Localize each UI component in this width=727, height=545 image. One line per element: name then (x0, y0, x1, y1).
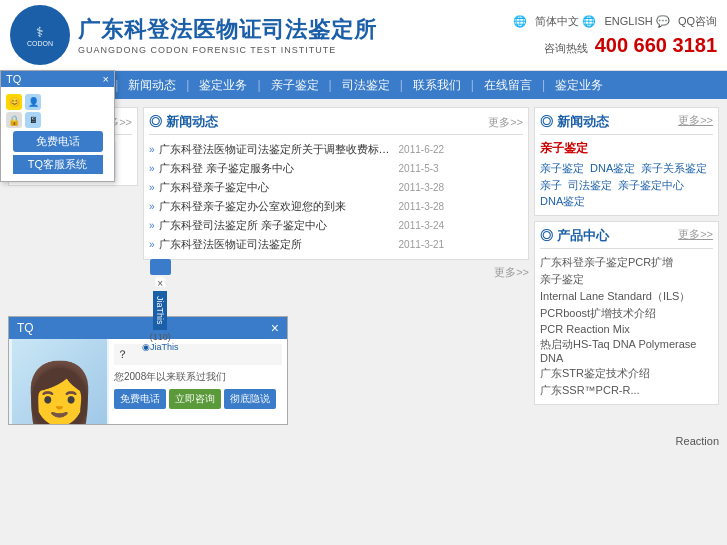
nav-paternity[interactable]: 亲子鉴定 (261, 71, 329, 99)
news-bullet: » (149, 144, 155, 155)
share-section: × JiaThis (110) ◉JiaThis (142, 278, 179, 352)
product-list-item[interactable]: 广东科登亲子鉴定PCR扩增 (540, 254, 713, 271)
tq-dialog-info: 您2008年以来联系过我们 (114, 370, 282, 384)
news-bullet: » (149, 201, 155, 212)
news-list-item[interactable]: » 广东科登亲子鉴定办公室欢迎您的到来 2011-3-28 (149, 197, 523, 216)
right-news-header: ◎ 新闻动态 更多>> (540, 113, 713, 135)
desc-span-7[interactable]: DNA鉴定 (540, 195, 585, 207)
tq-dialog-avatar: 👩 (9, 339, 109, 424)
tq-dialog-title-text: TQ (17, 321, 34, 335)
desc-span-3[interactable]: 亲子关系鉴定 (641, 162, 707, 174)
avatar-image: 👩 (12, 339, 107, 424)
news-panel: ◎ 新闻动态 更多>> » 广东科登法医物证司法鉴定所关于调整收费标准的公告 2… (143, 107, 529, 260)
qq-link[interactable]: QQ咨询 (678, 15, 717, 27)
news-list-item[interactable]: » 广东科登司法鉴定所 亲子鉴定中心 2011-3-24 (149, 216, 523, 235)
news-bullet: » (149, 220, 155, 231)
desc-span-6[interactable]: 亲子鉴定中心 (618, 179, 684, 191)
logo-icon: ⚕ CODON (10, 5, 70, 65)
right-products-title: ◎ 产品中心 (540, 227, 609, 245)
tq-free-call-button[interactable]: 免费电话 (13, 131, 103, 152)
tq-free-btn[interactable]: 免费电话 (114, 389, 166, 409)
right-products-more[interactable]: 更多>> (678, 227, 713, 245)
tq-service-button[interactable]: TQ客服系统 (13, 155, 103, 174)
news-list-item[interactable]: » 广东科登 亲子鉴定服务中心 2011-5-3 (149, 159, 523, 178)
news-item-date: 2011-3-28 (399, 201, 445, 212)
tq-dialog-close-btn[interactable]: × (271, 320, 279, 336)
tq-popup-body: 😊 👤 🔒 🖥 免费电话 TQ客服系统 (1, 87, 114, 181)
news-item-title: 广东科登司法鉴定所 亲子鉴定中心 (159, 218, 399, 233)
logo-title-cn: 广东科登法医物证司法鉴定所 (78, 15, 377, 45)
cn-flag-icon: 🌐 (513, 15, 527, 27)
right-products-header: ◎ 产品中心 更多>> (540, 227, 713, 249)
nav-business[interactable]: 鉴定业务 (189, 71, 257, 99)
tq-info-text: 您2008年以来联系过我们 (114, 371, 226, 382)
right-sidebar: ◎ 新闻动态 更多>> 亲子鉴定 亲子鉴定 DNA鉴定 亲子关系鉴定 亲子 司法… (534, 107, 719, 447)
nav-service[interactable]: 鉴定业务 (545, 71, 613, 99)
desc-span-4[interactable]: 亲子 (540, 179, 562, 191)
news-panel-header: ◎ 新闻动态 更多>> (149, 113, 523, 135)
en-link[interactable]: ENGLISH (604, 15, 652, 27)
product-list-item[interactable]: 广东SSR™PCR-R... (540, 382, 713, 399)
right-highlight-text[interactable]: 亲子鉴定 (540, 140, 713, 157)
news-item-date: 2011-3-24 (399, 220, 445, 231)
desc-span-2[interactable]: DNA鉴定 (590, 162, 635, 174)
logo-text: 广东科登法医物证司法鉴定所 GUANGDONG CODON FORENSIC T… (78, 15, 377, 55)
tq-consult-btn[interactable]: 立即咨询 (169, 389, 221, 409)
product-list-item[interactable]: 亲子鉴定 (540, 271, 713, 288)
right-news-more[interactable]: 更多>> (678, 113, 713, 131)
product-list-item[interactable]: 热启动HS-Taq DNA Polymerase DNA (540, 336, 713, 365)
jia-this-label: ◉JiaThis (142, 342, 179, 352)
jia-this-bar[interactable]: JiaThis (153, 291, 167, 330)
tq-dialog-buttons: 免费电话 立即咨询 彻底隐说 (114, 389, 282, 409)
news-item-date: 2011-3-21 (399, 239, 445, 250)
right-news-panel: ◎ 新闻动态 更多>> 亲子鉴定 亲子鉴定 DNA鉴定 亲子关系鉴定 亲子 司法… (534, 107, 719, 216)
tq-dialog-right: ？ 您2008年以来联系过我们 免费电话 立即咨询 彻底隐说 (109, 339, 287, 424)
desc-span-5[interactable]: 司法鉴定 (568, 179, 612, 191)
news-list-item[interactable]: » 广东科登亲子鉴定中心 2011-3-28 (149, 178, 523, 197)
desc-span-1[interactable]: 亲子鉴定 (540, 162, 584, 174)
header-right: 🌐 简体中文 🌐 ENGLISH 💬 QQ咨询 咨询热线 400 660 318… (513, 14, 717, 57)
product-list-item[interactable]: PCR Reaction Mix (540, 322, 713, 336)
close-x[interactable]: × (142, 278, 179, 289)
en-flag-icon: 🌐 (582, 15, 596, 27)
tq-question-mark: ？ (117, 348, 128, 360)
news-item-date: 2011-5-3 (399, 163, 439, 174)
news-item-title: 广东科登亲子鉴定中心 (159, 180, 399, 195)
news-item-date: 2011-6-22 (399, 144, 445, 155)
tq-popup-title: TQ × (1, 71, 114, 87)
nav-message[interactable]: 在线留言 (474, 71, 542, 99)
right-news-title: ◎ 新闻动态 (540, 113, 609, 131)
news-bullet: » (149, 182, 155, 193)
tq-icon-3: 🖥 (25, 112, 41, 128)
product-list-item[interactable]: Internal Lane Standard（ILS） (540, 288, 713, 305)
tq-dialog-body: 👩 ？ 您2008年以来联系过我们 免费电话 立即咨询 彻底隐说 (9, 339, 287, 424)
tq-popup[interactable]: TQ × 😊 👤 🔒 🖥 免费电话 TQ客服系统 (0, 70, 115, 182)
bookmark-bar[interactable]: 收藏本站 (150, 259, 171, 275)
tq-title-label: TQ (6, 73, 21, 85)
tq-icon-lock: 🔒 (6, 112, 22, 128)
news-bullet: » (149, 163, 155, 174)
product-list-item[interactable]: PCRboost扩增技术介绍 (540, 305, 713, 322)
tq-popup-close[interactable]: × (103, 73, 109, 85)
tq-row-2: 🔒 🖥 (6, 112, 109, 128)
tq-row-1: 😊 👤 (6, 94, 109, 110)
tq-close-btn[interactable]: 彻底隐说 (224, 389, 276, 409)
nav-news[interactable]: 新闻动态 (118, 71, 186, 99)
news-list-item[interactable]: » 广东科登法医物证司法鉴定所关于调整收费标准的公告 2011-6-22 (149, 140, 523, 159)
news-item-title: 广东科登法医物证司法鉴定所 (159, 237, 399, 252)
nav-forensic[interactable]: 司法鉴定 (332, 71, 400, 99)
news-list: » 广东科登法医物证司法鉴定所关于调整收费标准的公告 2011-6-22 » 广… (149, 140, 523, 254)
news-more-link[interactable]: 更多>> (488, 115, 523, 130)
cn-link[interactable]: 简体中文 (535, 15, 579, 27)
news-list-item[interactable]: » 广东科登法医物证司法鉴定所 2011-3-21 (149, 235, 523, 254)
product-list-item[interactable]: 广东STR鉴定技术介绍 (540, 365, 713, 382)
products-list: 广东科登亲子鉴定PCR扩增亲子鉴定Internal Lane Standard（… (540, 254, 713, 399)
share-count: (110) (142, 332, 179, 342)
tq-icon-2: 👤 (25, 94, 41, 110)
right-desc-text: 亲子鉴定 DNA鉴定 亲子关系鉴定 亲子 司法鉴定 亲子鉴定中心 DNA鉴定 (540, 160, 713, 210)
news-item-title: 广东科登 亲子鉴定服务中心 (159, 161, 399, 176)
logo-title-en: GUANGDONG CODON FORENSIC TEST INSTITUTE (78, 45, 377, 55)
tq-dialog-question: ？ (114, 344, 282, 365)
nav-contact[interactable]: 联系我们 (403, 71, 471, 99)
qq-icon: 💬 (656, 15, 670, 27)
